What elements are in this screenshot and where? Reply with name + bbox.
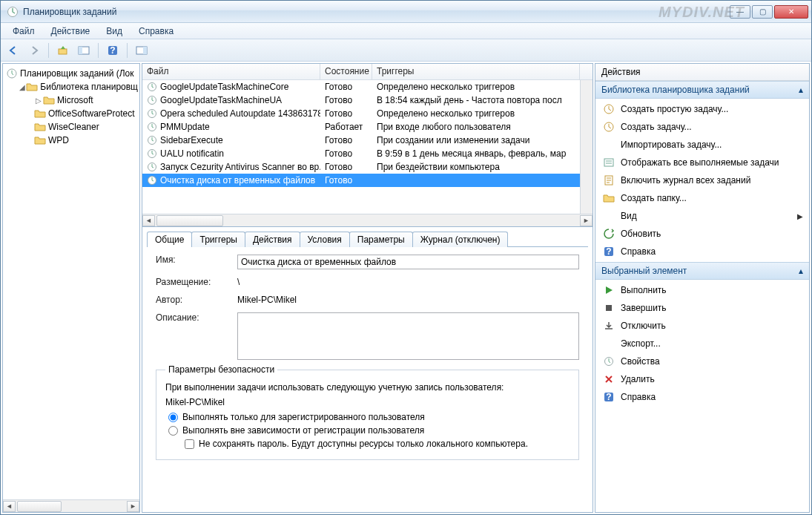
- tree-pane: Планировщик заданий (Лок ◢ Библиотека пл…: [2, 63, 140, 513]
- check-no-password[interactable]: Не сохранять пароль. Будут доступны ресу…: [185, 439, 570, 449]
- maximize-button[interactable]: ▢: [752, 5, 773, 19]
- tab-triggers[interactable]: Триггеры: [191, 232, 245, 247]
- radio-any[interactable]: Выполнять вне зависимости от регистрации…: [168, 425, 570, 436]
- tab-actions[interactable]: Действия: [245, 232, 300, 247]
- folder-icon: [34, 121, 46, 133]
- action-label: Создать простую задачу...: [621, 104, 728, 114]
- tree-item[interactable]: WiseCleaner: [4, 120, 138, 134]
- minimize-button[interactable]: —: [730, 5, 750, 19]
- action-item[interactable]: Экспорт...: [595, 335, 809, 352]
- back-button[interactable]: [5, 42, 22, 59]
- task-row[interactable]: Запуск Cezurity Antivirus Scanner во вр.…: [142, 160, 593, 174]
- tab-settings[interactable]: Параметры: [349, 232, 413, 247]
- check-no-password-input[interactable]: [185, 439, 194, 449]
- task-name: GoogleUpdateTaskMachineCore: [160, 82, 288, 92]
- tree-item[interactable]: ▷ Microsoft: [4, 94, 138, 107]
- list-vscrollbar[interactable]: [580, 80, 593, 214]
- action-item[interactable]: Импортировать задачу...: [595, 136, 809, 154]
- menu-file[interactable]: Файл: [5, 24, 42, 38]
- action-label: Включить журнал всех заданий: [621, 175, 750, 186]
- tree-item[interactable]: OfficeSoftwareProtect: [4, 107, 138, 120]
- action-item[interactable]: ?Справка: [595, 243, 809, 260]
- menu-action[interactable]: Действие: [44, 24, 98, 38]
- section-selected[interactable]: Выбранный элемент ▴: [595, 262, 809, 280]
- section-library[interactable]: Библиотека планировщика заданий ▴: [595, 81, 809, 99]
- action-item[interactable]: Включить журнал всех заданий: [595, 171, 809, 189]
- task-row[interactable]: Opera scheduled Autoupdate 1438631784Гот…: [142, 107, 593, 120]
- task-row[interactable]: Очистка диска от временных файловГотово: [142, 174, 593, 187]
- action-label: Вид: [621, 211, 637, 221]
- action-icon: ?: [603, 391, 615, 403]
- action-item[interactable]: Создать задачу...: [595, 118, 809, 136]
- col-file[interactable]: Файл: [142, 64, 320, 79]
- toggle-pane-button[interactable]: [76, 42, 92, 59]
- action-item[interactable]: Удалить: [595, 370, 809, 388]
- collapse-icon[interactable]: ◢: [18, 83, 26, 91]
- task-row[interactable]: GoogleUpdateTaskMachineUAГотовоВ 18:54 к…: [142, 94, 593, 107]
- action-item[interactable]: Свойства: [595, 352, 809, 370]
- task-state: Готово: [320, 95, 372, 105]
- task-row[interactable]: GoogleUpdateTaskMachineCoreГотовоОпредел…: [142, 80, 593, 94]
- task-list: Файл Состояние Триггеры GoogleUpdateTask…: [142, 64, 593, 227]
- forward-button[interactable]: [26, 42, 42, 59]
- radio-logged-on-input[interactable]: [168, 413, 178, 422]
- radio-any-input[interactable]: [168, 426, 178, 436]
- action-icon: [603, 373, 615, 385]
- tabs: Общие Триггеры Действия Условия Параметр…: [142, 227, 593, 246]
- list-hscrollbar[interactable]: ◄ ►: [142, 214, 593, 226]
- action-item[interactable]: Вид▶: [595, 207, 809, 225]
- scroll-left-button[interactable]: ◄: [142, 215, 155, 226]
- layout-button[interactable]: [133, 42, 150, 59]
- action-item[interactable]: Отображать все выполняемые задачи: [595, 154, 809, 171]
- scroll-thumb[interactable]: [17, 501, 62, 512]
- task-name: SidebarExecute: [160, 135, 223, 145]
- tree-item-label: WiseCleaner: [48, 122, 99, 132]
- task-row[interactable]: SidebarExecuteГотовоПри создании или изм…: [142, 134, 593, 147]
- tree-root[interactable]: Планировщик заданий (Лок: [4, 67, 138, 80]
- menu-view[interactable]: Вид: [99, 24, 130, 38]
- action-item[interactable]: Создать простую задачу...: [595, 100, 809, 118]
- task-name: PMMUpdate: [160, 122, 210, 132]
- task-state: Готово: [320, 148, 372, 159]
- up-button[interactable]: [55, 42, 71, 59]
- action-item[interactable]: Создать папку...: [595, 189, 809, 207]
- tab-conditions[interactable]: Условия: [300, 232, 350, 247]
- action-item[interactable]: Отключить: [595, 317, 809, 335]
- action-item[interactable]: Завершить: [595, 299, 809, 317]
- scroll-right-button[interactable]: ►: [580, 215, 593, 226]
- action-icon: [603, 338, 615, 350]
- author-label: Автор:: [156, 295, 237, 305]
- tree[interactable]: Планировщик заданий (Лок ◢ Библиотека пл…: [3, 64, 139, 499]
- expand-icon[interactable]: ▷: [34, 96, 43, 105]
- svg-text:?: ?: [606, 392, 611, 402]
- tab-history[interactable]: Журнал (отключен): [412, 232, 509, 247]
- action-label: Справка: [621, 392, 656, 402]
- tab-general[interactable]: Общие: [147, 232, 192, 247]
- task-row[interactable]: PMMUpdateРаботаетПри входе любого пользо…: [142, 120, 593, 134]
- col-state[interactable]: Состояние: [320, 64, 372, 79]
- action-label: Импортировать задачу...: [621, 140, 722, 150]
- action-icon: [603, 157, 615, 168]
- tree-hscrollbar[interactable]: ◄ ►: [3, 499, 139, 512]
- col-triggers[interactable]: Триггеры: [372, 64, 580, 79]
- radio-logged-on[interactable]: Выполнять только для зарегистрированного…: [168, 412, 570, 422]
- scroll-thumb[interactable]: [156, 215, 223, 226]
- close-button[interactable]: ✕: [774, 5, 808, 19]
- action-icon: [603, 121, 615, 133]
- task-name: Opera scheduled Autoupdate 1438631784: [160, 108, 320, 119]
- tree-library[interactable]: ◢ Библиотека планировщ: [4, 80, 138, 94]
- action-item[interactable]: ?Справка: [595, 388, 809, 406]
- tree-item[interactable]: WPD: [4, 134, 138, 147]
- scroll-left-button[interactable]: ◄: [3, 501, 16, 512]
- task-row[interactable]: UALU notificatinГотовоВ 9:59 в 1 день ме…: [142, 147, 593, 160]
- menubar: Файл Действие Вид Справка: [1, 23, 811, 39]
- scroll-right-button[interactable]: ►: [127, 501, 139, 512]
- action-item[interactable]: Выполнить: [595, 281, 809, 299]
- action-item[interactable]: Обновить: [595, 225, 809, 243]
- description-field[interactable]: [237, 312, 579, 360]
- help-button[interactable]: ?: [105, 42, 121, 59]
- menu-help[interactable]: Справка: [131, 24, 181, 38]
- list-body[interactable]: GoogleUpdateTaskMachineCoreГотовоОпредел…: [142, 80, 593, 214]
- name-field[interactable]: [237, 255, 579, 269]
- folder-icon: [43, 94, 55, 106]
